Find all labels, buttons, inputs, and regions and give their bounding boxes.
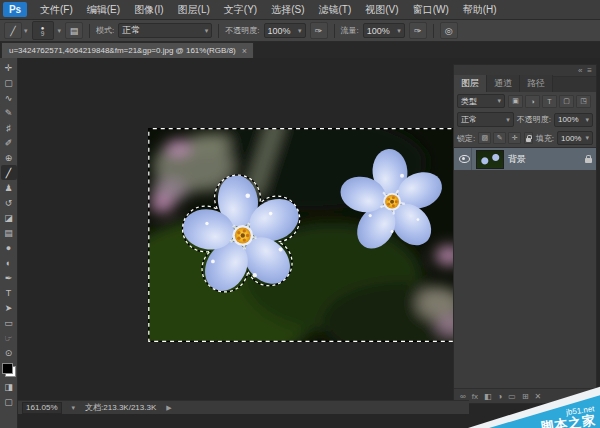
- tool-button[interactable]: ▭: [1, 315, 17, 330]
- document-tab-bar: u=3424762571,4064219848&fm=21&gp=0.jpg @…: [0, 42, 600, 58]
- layer-row-background[interactable]: 背景: [454, 148, 596, 170]
- tool-icon: ♟: [4, 183, 12, 193]
- menu-item[interactable]: 文字(Y): [217, 0, 264, 19]
- menu-item[interactable]: 选择(S): [264, 0, 311, 19]
- tool-icon: ◪: [4, 213, 13, 223]
- layer-filter-dropdown[interactable]: 类型 ▾: [457, 94, 505, 108]
- divider: [218, 24, 219, 38]
- layer-thumbnail[interactable]: [476, 150, 504, 169]
- tool-button[interactable]: ◐: [1, 255, 17, 270]
- tool-button[interactable]: ♟: [1, 180, 17, 195]
- tool-button[interactable]: ✎: [1, 105, 17, 120]
- screen-mode-button[interactable]: ▢: [1, 394, 17, 409]
- document-title: u=3424762571,4064219848&fm=21&gp=0.jpg @…: [9, 46, 236, 55]
- foreground-color-swatch[interactable]: [2, 363, 13, 374]
- visibility-toggle[interactable]: [457, 148, 472, 170]
- canvas-workspace: « ≡ 图层 通道 路径 类型 ▾: [18, 58, 600, 428]
- blend-mode-dropdown[interactable]: 正常 ▾: [118, 23, 212, 38]
- opacity-dropdown[interactable]: 100% ▾: [264, 23, 306, 38]
- layer-filter-icon[interactable]: ◳: [576, 95, 591, 108]
- flow-value: 100%: [367, 26, 390, 36]
- fill-dropdown[interactable]: 100% ▾: [557, 131, 593, 145]
- tool-button[interactable]: ✛: [1, 60, 17, 75]
- canvas-image[interactable]: [148, 128, 456, 342]
- layer-opacity-label: 不透明度:: [517, 114, 551, 125]
- panel-tab[interactable]: 路径: [520, 75, 553, 92]
- layer-filter-icons: ▣◑T▢◳: [508, 95, 591, 108]
- tool-icon: T: [6, 288, 12, 298]
- tool-button[interactable]: ✐: [1, 135, 17, 150]
- chevron-down-icon: ▾: [585, 134, 589, 142]
- layer-lock-icon: [585, 158, 592, 163]
- tool-button[interactable]: ◪: [1, 210, 17, 225]
- menu-item[interactable]: 图像(I): [127, 0, 170, 19]
- watermark: jb51.net 脚本之家: [468, 380, 600, 428]
- layer-opacity-dropdown[interactable]: 100% ▾: [554, 113, 593, 127]
- tool-button[interactable]: ➤: [1, 300, 17, 315]
- panel-tab[interactable]: 通道: [487, 75, 520, 92]
- dock-menu-icon[interactable]: ≡: [587, 66, 592, 75]
- tool-button[interactable]: ♯: [1, 120, 17, 135]
- document-tab[interactable]: u=3424762571,4064219848&fm=21&gp=0.jpg @…: [1, 42, 254, 58]
- menu-item[interactable]: 帮助(H): [456, 0, 504, 19]
- chevron-down-icon: ▾: [585, 116, 589, 124]
- status-options-arrow[interactable]: ▶: [166, 404, 171, 412]
- tool-button[interactable]: ↺: [1, 195, 17, 210]
- size-pressure-icon[interactable]: ◎: [440, 22, 458, 39]
- quick-mask-button[interactable]: ◨: [1, 379, 17, 394]
- toggle-brush-panel-icon[interactable]: ▤: [65, 22, 83, 39]
- blend-mode-value: 正常: [122, 24, 140, 37]
- menu-item[interactable]: 文件(F): [33, 0, 80, 19]
- tool-button[interactable]: ╱: [1, 165, 17, 180]
- flow-dropdown[interactable]: 100% ▾: [363, 23, 405, 38]
- layer-opacity-value: 100%: [558, 115, 578, 124]
- brush-preset-picker[interactable]: ● 9: [32, 21, 54, 40]
- tool-button[interactable]: ●: [1, 240, 17, 255]
- brush-size-value: 9: [41, 31, 45, 37]
- layer-filter-icon[interactable]: ◑: [525, 95, 540, 108]
- layer-filter-icon[interactable]: ▢: [559, 95, 574, 108]
- tool-button[interactable]: ⊙: [1, 345, 17, 360]
- menu-item[interactable]: 编辑(E): [80, 0, 127, 19]
- tool-icon: ✛: [5, 63, 13, 73]
- menu-item[interactable]: 视图(V): [358, 0, 405, 19]
- menu-item[interactable]: 窗口(W): [406, 0, 456, 19]
- tool-icon: ♯: [6, 123, 11, 133]
- chevron-down-icon: ▾: [205, 27, 209, 35]
- document-size-info: 文档:213.3K/213.3K: [85, 402, 156, 413]
- tool-icon: ◐: [6, 258, 11, 268]
- tool-button[interactable]: ∿: [1, 90, 17, 105]
- tool-button[interactable]: ✒: [1, 270, 17, 285]
- mode-label: 模式:: [96, 25, 114, 36]
- blend-row: 正常 ▾ 不透明度: 100% ▾: [454, 110, 596, 129]
- chevron-down-icon: ▾: [497, 97, 501, 105]
- tool-button[interactable]: ▤: [1, 225, 17, 240]
- tool-button[interactable]: ▢: [1, 75, 17, 90]
- layer-blend-mode-dropdown[interactable]: 正常 ▾: [457, 112, 514, 127]
- active-tool-preset[interactable]: ╱ ▾: [4, 22, 28, 39]
- color-swatches[interactable]: [2, 363, 16, 377]
- panel-tab[interactable]: 图层: [454, 75, 487, 92]
- menu-item[interactable]: 滤镜(T): [312, 0, 359, 19]
- lock-icons: ▨✎✛: [478, 132, 521, 144]
- menu-bar: Ps 文件(F)编辑(E)图像(I)图层(L)文字(Y)选择(S)滤镜(T)视图…: [0, 0, 600, 20]
- collapse-panels-icon[interactable]: «: [578, 66, 582, 75]
- chevron-down-icon: ▾: [24, 27, 28, 35]
- layer-filter-icon[interactable]: T: [542, 95, 557, 108]
- close-icon[interactable]: ×: [242, 46, 247, 56]
- lock-option-icon[interactable]: ✛: [508, 132, 521, 144]
- airbrush-icon[interactable]: ✑: [409, 22, 427, 39]
- tool-button[interactable]: ⊕: [1, 150, 17, 165]
- layer-filter-icon[interactable]: ▣: [508, 95, 523, 108]
- lock-all-icon[interactable]: [524, 132, 533, 144]
- opacity-pressure-icon[interactable]: ✑: [310, 22, 328, 39]
- lock-option-icon[interactable]: ▨: [478, 132, 491, 144]
- zoom-level-field[interactable]: 161.05%: [22, 402, 62, 414]
- lock-option-icon[interactable]: ✎: [493, 132, 506, 144]
- tool-button[interactable]: T: [1, 285, 17, 300]
- chevron-down-icon: ▾: [58, 27, 62, 35]
- tool-button[interactable]: ☞: [1, 330, 17, 345]
- flow-label: 流量:: [341, 25, 359, 36]
- menu-item[interactable]: 图层(L): [171, 0, 217, 19]
- tool-icon: ➤: [5, 303, 13, 313]
